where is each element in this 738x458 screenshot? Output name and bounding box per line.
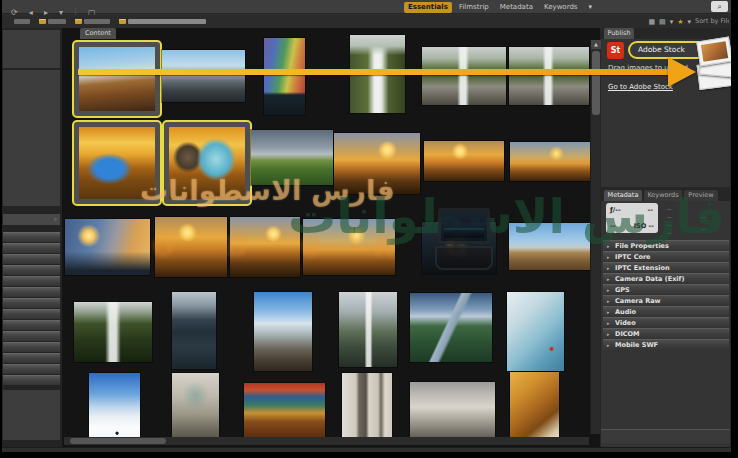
- publish-tab[interactable]: Publish: [604, 28, 634, 39]
- section-video[interactable]: ▸Video: [603, 317, 729, 327]
- sort-by-label[interactable]: Sort by Filename: [695, 15, 729, 28]
- horizontal-scrollbar[interactable]: [64, 437, 589, 445]
- filter-row[interactable]: [3, 375, 60, 385]
- section-gps[interactable]: ▸GPS: [603, 284, 729, 294]
- breadcrumb-item[interactable]: [39, 19, 66, 24]
- workspace-tab-keywords[interactable]: Keywords: [540, 2, 582, 13]
- caret-right-icon: ▸: [607, 307, 610, 317]
- thumbnail-stone-balustrade[interactable]: [410, 382, 495, 439]
- scroll-up-icon[interactable]: ▲: [591, 40, 601, 49]
- filter-row[interactable]: [3, 243, 60, 253]
- workspace-chevron-icon[interactable]: ▾: [584, 2, 596, 13]
- caret-right-icon: ▸: [607, 252, 610, 262]
- shutter-value: --: [648, 206, 653, 214]
- adobe-stock-icon[interactable]: St: [607, 42, 624, 59]
- folder-icon: [119, 19, 126, 24]
- metadata-tab[interactable]: Metadata: [604, 190, 642, 201]
- grid-chevron-icon[interactable]: ▾: [670, 16, 674, 28]
- thumbnail-mountains[interactable]: [162, 50, 245, 102]
- caret-right-icon: ▸: [607, 340, 610, 350]
- thumbnail-misty-waterfall[interactable]: [339, 292, 397, 367]
- search-input[interactable]: ⌕: [711, 1, 728, 12]
- keywords-tab[interactable]: Keywords: [644, 190, 682, 201]
- content-tab[interactable]: Content: [80, 28, 116, 39]
- thumbnail-dark[interactable]: [422, 222, 496, 274]
- go-to-adobe-stock-link[interactable]: Go to Adobe Stock: [608, 83, 673, 91]
- thumbnail-city-sunset[interactable]: [230, 217, 300, 277]
- thumbnail-city-sunset[interactable]: [424, 141, 504, 181]
- bridge-window: ⟳ ◂ ▸ ▾ | ▢ Essentials Filmstrip Metadat…: [2, 0, 731, 452]
- thumbnail-city-sunset[interactable]: [334, 133, 420, 194]
- filter-row[interactable]: [3, 353, 60, 363]
- thumbnail-waterfall-dark[interactable]: [74, 302, 152, 362]
- rating-star-icon[interactable]: ★: [677, 16, 683, 28]
- breadcrumb-item[interactable]: [75, 19, 110, 24]
- filter-row[interactable]: [3, 342, 60, 352]
- thumbnail-waterfall-wide[interactable]: [509, 47, 589, 105]
- breadcrumb-item[interactable]: [14, 19, 30, 24]
- section-camera-raw[interactable]: ▸Camera Raw: [603, 295, 729, 305]
- horizontal-scroll-thumb[interactable]: [70, 438, 166, 444]
- thumbnail-lion-statue[interactable]: [172, 373, 219, 443]
- thumbnail-snow-mountain[interactable]: [89, 373, 140, 443]
- vertical-scrollbar[interactable]: ▲: [590, 40, 600, 434]
- thumbnail-golden-roof[interactable]: [510, 372, 559, 442]
- workspace-tab-filmstrip[interactable]: Filmstrip: [455, 2, 493, 13]
- filter-row[interactable]: [3, 232, 60, 242]
- thumbnail-city-dusk[interactable]: [65, 219, 150, 275]
- vertical-scroll-thumb[interactable]: [592, 51, 600, 115]
- right-panel: Publish St Adobe Stock Drag images to up…: [600, 28, 731, 447]
- workspace-switcher: Essentials Filmstrip Metadata Keywords ▾: [404, 2, 596, 13]
- view-controls: ▦ ▤ ▾ ★ ▾ Sort by Filename: [648, 15, 729, 28]
- detail-grid-icon[interactable]: ▤: [659, 16, 666, 28]
- thumbnail-city-sunset[interactable]: [155, 217, 227, 277]
- thumbnail-lake-tree[interactable]: [254, 292, 312, 371]
- folders-panel[interactable]: [3, 70, 60, 206]
- preview-tab[interactable]: Preview: [684, 190, 718, 201]
- favorites-panel[interactable]: [3, 30, 60, 68]
- workspace-tab-essentials[interactable]: Essentials: [404, 2, 452, 13]
- filter-row[interactable]: [3, 320, 60, 330]
- thumbnail-desert-hills[interactable]: [509, 223, 595, 270]
- filter-header[interactable]: ⌕: [3, 214, 60, 225]
- thumbnail-lattice-window[interactable]: [342, 373, 392, 442]
- thumbnail-iceberg-selected[interactable]: [72, 120, 162, 206]
- filter-row[interactable]: [3, 298, 60, 308]
- section-dicom[interactable]: ▸DICOM: [603, 328, 729, 338]
- thumbnail-city-sunset[interactable]: [510, 142, 590, 181]
- section-mobile-swf[interactable]: ▸Mobile SWF: [603, 339, 729, 349]
- breadcrumb[interactable]: [14, 19, 215, 24]
- section-file-properties[interactable]: ▸File Properties: [603, 240, 729, 250]
- section-iptc-core[interactable]: ▸IPTC Core: [603, 251, 729, 261]
- top-toolbar: ⟳ ◂ ▸ ▾ | ▢ Essentials Filmstrip Metadat…: [2, 0, 731, 14]
- thumbnail-temple-wall[interactable]: [244, 383, 325, 441]
- thumbnail-grid-icon[interactable]: ▦: [648, 16, 655, 28]
- section-audio[interactable]: ▸Audio: [603, 306, 729, 316]
- breadcrumb-item[interactable]: [119, 19, 206, 24]
- thumbnail-desert-selected[interactable]: [72, 40, 162, 118]
- filter-row[interactable]: [3, 265, 60, 275]
- metadata-value: --: [701, 213, 705, 220]
- thumbnail-glacier-climber[interactable]: [507, 292, 564, 371]
- section-camera-data[interactable]: ▸Camera Data (Exif): [603, 273, 729, 283]
- thumbnail-boardwalk[interactable]: [410, 293, 492, 362]
- filter-row[interactable]: [3, 254, 60, 264]
- thumbnail-iceberg2-selected[interactable]: [162, 120, 252, 206]
- thumbnail-city-sunset[interactable]: [303, 219, 395, 275]
- workspace-tab-metadata[interactable]: Metadata: [496, 2, 537, 13]
- export-panel[interactable]: [3, 390, 60, 440]
- section-iptc-extension[interactable]: ▸IPTC Extension: [603, 262, 729, 272]
- panel-footer: [601, 429, 730, 443]
- filter-row[interactable]: [3, 309, 60, 319]
- caret-right-icon: ▸: [607, 285, 610, 295]
- path-bar: ▦ ▤ ▾ ★ ▾ Sort by Filename: [2, 15, 731, 28]
- thumbnail-rainbow[interactable]: [264, 38, 305, 115]
- rating-chevron-icon[interactable]: ▾: [687, 16, 691, 28]
- thumbnail-green-hills[interactable]: [251, 130, 333, 185]
- filter-row[interactable]: [3, 276, 60, 286]
- filter-row[interactable]: [3, 364, 60, 374]
- thumbnail-lake-reflection[interactable]: [172, 292, 216, 369]
- filter-row[interactable]: [3, 331, 60, 341]
- thumbnail-waterfall-wide[interactable]: [422, 47, 506, 105]
- filter-row[interactable]: [3, 287, 60, 297]
